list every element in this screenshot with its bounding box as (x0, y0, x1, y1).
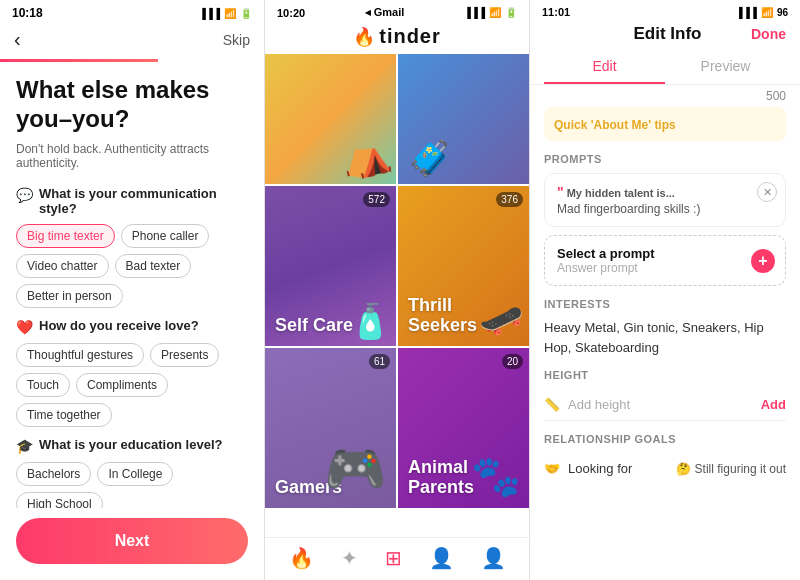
goals-value: 🤔 Still figuring it out (676, 462, 786, 476)
signal-icon-2: ▐▐▐ (464, 7, 485, 18)
tips-banner: Quick 'About Me' tips (544, 107, 786, 141)
quote-icon: " (557, 184, 564, 200)
height-placeholder: Add height (568, 397, 630, 412)
chip-phone-caller[interactable]: Phone caller (121, 224, 210, 248)
height-left: 📏 Add height (544, 397, 630, 412)
animals-badge: 20 (502, 354, 523, 369)
chip-bad-texter[interactable]: Bad texter (115, 254, 192, 278)
remove-prompt-button[interactable]: ✕ (757, 182, 777, 202)
status-icons-1: ▐▐▐ 📶 🔋 (199, 8, 252, 19)
chip-touch[interactable]: Touch (16, 373, 70, 397)
nav-profile-icon[interactable]: 👤 (481, 546, 506, 570)
grid-item-travel[interactable]: 🧳 (398, 54, 529, 184)
add-height-button[interactable]: Add (761, 397, 786, 412)
selfcare-icon: 🧴 (349, 301, 391, 341)
grid-item-selfcare[interactable]: 572 Self Care 🧴 (265, 186, 396, 346)
nav-chat-icon[interactable]: 👤 (429, 546, 454, 570)
time-3: 11:01 (542, 6, 570, 18)
chip-better-in-person[interactable]: Better in person (16, 284, 123, 308)
gmail-notification: ◂ Gmail (365, 6, 405, 19)
prompts-header: PROMPTS (544, 153, 786, 165)
chip-time-together[interactable]: Time together (16, 403, 112, 427)
thrill-label: ThrillSeekers (408, 295, 477, 336)
thrill-badge: 376 (496, 192, 523, 207)
nav-grid-icon[interactable]: ⊞ (385, 546, 402, 570)
battery-icon: 🔋 (240, 8, 252, 19)
flame-icon: 🔥 (353, 26, 375, 48)
chip-thoughtful-gestures[interactable]: Thoughtful gestures (16, 343, 144, 367)
battery-icon-3: 96 (777, 7, 788, 18)
goals-row: 🤝 Looking for 🤔 Still figuring it out (544, 453, 786, 484)
done-button[interactable]: Done (751, 26, 786, 42)
chip-big-time-texter[interactable]: Big time texter (16, 224, 115, 248)
tinder-logo: 🔥 tinder (265, 21, 529, 54)
grid-item-animals[interactable]: 20 AnimalParents 🐾 (398, 348, 529, 508)
add-prompt-sub: Answer prompt (557, 261, 773, 275)
ruler-icon: 📏 (544, 397, 560, 412)
chip-high-school[interactable]: High School (16, 492, 103, 508)
status-icons-3: ▐▐▐ 📶 96 (736, 7, 788, 18)
signal-icon: ▐▐▐ (199, 8, 220, 19)
chip-video-chatter[interactable]: Video chatter (16, 254, 109, 278)
edit-info-header: Edit Info Done (530, 20, 800, 50)
status-icons-2: ▐▐▐ 📶 🔋 (464, 7, 517, 18)
panel-tinder-feed: 10:20 ◂ Gmail ▐▐▐ 📶 🔋 🔥 tinder ⛺ 🧳 572 S… (265, 0, 530, 580)
wifi-icon-2: 📶 (489, 7, 501, 18)
chip-presents[interactable]: Presents (150, 343, 219, 367)
chip-in-college[interactable]: In College (97, 462, 173, 486)
prompt-label: " My hidden talent is... (557, 184, 773, 200)
panel1-content: What else makes you–you? Don't hold back… (0, 62, 264, 508)
grid-item-camping[interactable]: ⛺ (265, 54, 396, 184)
chip-bachelors[interactable]: Bachelors (16, 462, 91, 486)
q1-section: 💬 What is your communication style? (16, 186, 248, 216)
q3-chips-row1: Bachelors In College High School (16, 462, 248, 508)
status-bar-2: 10:20 ◂ Gmail ▐▐▐ 📶 🔋 (265, 0, 529, 21)
q3-text: What is your education level? (39, 437, 222, 452)
tab-edit[interactable]: Edit (544, 50, 665, 84)
back-button[interactable]: ‹ (14, 28, 21, 51)
height-row: 📏 Add height Add (544, 389, 786, 421)
panel-edit-info: 11:01 ▐▐▐ 📶 96 Edit Info Done Edit Previ… (530, 0, 800, 580)
add-prompt-title: Select a prompt (557, 246, 773, 261)
time-2: 10:20 (277, 7, 305, 19)
grid-item-gamers[interactable]: 61 Gamers 🎮 (265, 348, 396, 508)
tinder-wordmark: tinder (379, 25, 441, 48)
time-1: 10:18 (12, 6, 43, 20)
interests-text: Heavy Metal, Gin tonic, Sneakers, Hip Ho… (544, 318, 786, 357)
skateboard-icon: 🛹 (479, 299, 524, 341)
q2-section: ❤️ How do you receive love? (16, 318, 248, 335)
animals-label: AnimalParents (408, 457, 474, 498)
nav-fire-icon[interactable]: 🔥 (289, 546, 314, 570)
q1-chips: Big time texter Phone caller Video chatt… (16, 224, 248, 308)
goals-label: Looking for (568, 461, 632, 476)
tent-icon: ⛺ (337, 128, 394, 183)
grid-item-thrill[interactable]: 376 ThrillSeekers 🛹 (398, 186, 529, 346)
q2-chips: Thoughtful gestures Presents Touch Compl… (16, 343, 248, 427)
bottom-nav: 🔥 ✦ ⊞ 👤 👤 (265, 537, 529, 580)
tips-title: Quick 'About Me' tips (554, 118, 676, 132)
chip-compliments[interactable]: Compliments (76, 373, 168, 397)
category-grid: ⛺ 🧳 572 Self Care 🧴 376 ThrillSeekers 🛹 … (265, 54, 529, 537)
top-nav-1: ‹ Skip (0, 24, 264, 59)
sub-text: Don't hold back. Authenticity attracts a… (16, 142, 248, 170)
nav-star-icon[interactable]: ✦ (341, 546, 358, 570)
selfcare-badge: 572 (363, 192, 390, 207)
interests-header: INTERESTS (544, 298, 786, 310)
tab-preview[interactable]: Preview (665, 50, 786, 84)
edit-preview-tabs: Edit Preview (530, 50, 800, 85)
education-icon: 🎓 (16, 438, 33, 454)
status-bar-1: 10:18 ▐▐▐ 📶 🔋 (0, 0, 264, 24)
dog-bowl-icon: 🐾 (471, 453, 521, 500)
char-count: 500 (530, 85, 800, 107)
add-prompt-button[interactable]: + (751, 249, 775, 273)
goals-left: 🤝 Looking for (544, 461, 632, 476)
goals-icon: 🤝 (544, 461, 560, 476)
selfcare-label: Self Care (275, 315, 353, 336)
prompt-answer: Mad fingerboarding skills :) (557, 202, 773, 216)
next-button[interactable]: Next (16, 518, 248, 564)
wifi-icon: 📶 (224, 8, 236, 19)
add-prompt-card[interactable]: Select a prompt Answer prompt + (544, 235, 786, 286)
controller-icon: 🎮 (324, 440, 386, 498)
luggage-icon: 🧳 (405, 133, 457, 182)
skip-button[interactable]: Skip (223, 32, 250, 48)
